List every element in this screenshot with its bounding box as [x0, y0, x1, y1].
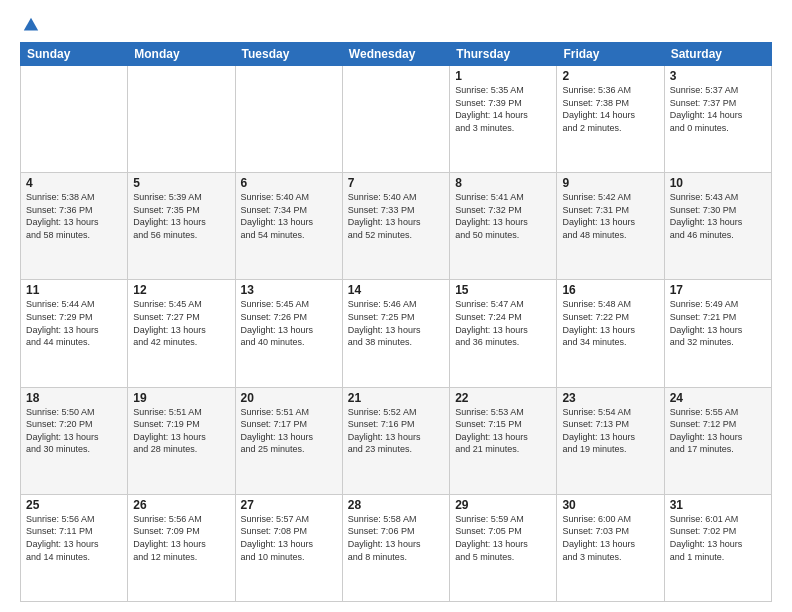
day-info: Sunrise: 5:51 AM Sunset: 7:17 PM Dayligh… — [241, 406, 337, 456]
calendar-cell: 28Sunrise: 5:58 AM Sunset: 7:06 PM Dayli… — [342, 494, 449, 601]
weekday-header-sunday: Sunday — [21, 43, 128, 66]
calendar-cell: 26Sunrise: 5:56 AM Sunset: 7:09 PM Dayli… — [128, 494, 235, 601]
calendar-cell: 3Sunrise: 5:37 AM Sunset: 7:37 PM Daylig… — [664, 66, 771, 173]
logo — [20, 16, 40, 34]
day-info: Sunrise: 5:41 AM Sunset: 7:32 PM Dayligh… — [455, 191, 551, 241]
day-info: Sunrise: 5:49 AM Sunset: 7:21 PM Dayligh… — [670, 298, 766, 348]
day-info: Sunrise: 5:55 AM Sunset: 7:12 PM Dayligh… — [670, 406, 766, 456]
day-number: 24 — [670, 391, 766, 405]
calendar-cell: 30Sunrise: 6:00 AM Sunset: 7:03 PM Dayli… — [557, 494, 664, 601]
calendar-cell: 18Sunrise: 5:50 AM Sunset: 7:20 PM Dayli… — [21, 387, 128, 494]
calendar-cell: 23Sunrise: 5:54 AM Sunset: 7:13 PM Dayli… — [557, 387, 664, 494]
week-row-3: 11Sunrise: 5:44 AM Sunset: 7:29 PM Dayli… — [21, 280, 772, 387]
svg-marker-0 — [24, 18, 38, 31]
calendar-cell: 2Sunrise: 5:36 AM Sunset: 7:38 PM Daylig… — [557, 66, 664, 173]
calendar-cell: 6Sunrise: 5:40 AM Sunset: 7:34 PM Daylig… — [235, 173, 342, 280]
calendar-cell: 11Sunrise: 5:44 AM Sunset: 7:29 PM Dayli… — [21, 280, 128, 387]
day-number: 18 — [26, 391, 122, 405]
calendar-cell — [342, 66, 449, 173]
day-number: 21 — [348, 391, 444, 405]
calendar-cell: 15Sunrise: 5:47 AM Sunset: 7:24 PM Dayli… — [450, 280, 557, 387]
calendar-cell — [235, 66, 342, 173]
week-row-4: 18Sunrise: 5:50 AM Sunset: 7:20 PM Dayli… — [21, 387, 772, 494]
calendar-cell: 29Sunrise: 5:59 AM Sunset: 7:05 PM Dayli… — [450, 494, 557, 601]
header-row: SundayMondayTuesdayWednesdayThursdayFrid… — [21, 43, 772, 66]
calendar-cell: 9Sunrise: 5:42 AM Sunset: 7:31 PM Daylig… — [557, 173, 664, 280]
day-info: Sunrise: 5:56 AM Sunset: 7:11 PM Dayligh… — [26, 513, 122, 563]
day-info: Sunrise: 5:35 AM Sunset: 7:39 PM Dayligh… — [455, 84, 551, 134]
day-info: Sunrise: 5:47 AM Sunset: 7:24 PM Dayligh… — [455, 298, 551, 348]
day-number: 2 — [562, 69, 658, 83]
day-info: Sunrise: 5:38 AM Sunset: 7:36 PM Dayligh… — [26, 191, 122, 241]
week-row-5: 25Sunrise: 5:56 AM Sunset: 7:11 PM Dayli… — [21, 494, 772, 601]
day-number: 25 — [26, 498, 122, 512]
logo-icon — [22, 16, 40, 34]
day-info: Sunrise: 5:53 AM Sunset: 7:15 PM Dayligh… — [455, 406, 551, 456]
day-info: Sunrise: 5:40 AM Sunset: 7:33 PM Dayligh… — [348, 191, 444, 241]
day-info: Sunrise: 6:01 AM Sunset: 7:02 PM Dayligh… — [670, 513, 766, 563]
day-info: Sunrise: 6:00 AM Sunset: 7:03 PM Dayligh… — [562, 513, 658, 563]
calendar-cell: 31Sunrise: 6:01 AM Sunset: 7:02 PM Dayli… — [664, 494, 771, 601]
week-row-2: 4Sunrise: 5:38 AM Sunset: 7:36 PM Daylig… — [21, 173, 772, 280]
day-number: 9 — [562, 176, 658, 190]
calendar-cell: 5Sunrise: 5:39 AM Sunset: 7:35 PM Daylig… — [128, 173, 235, 280]
day-info: Sunrise: 5:58 AM Sunset: 7:06 PM Dayligh… — [348, 513, 444, 563]
day-number: 5 — [133, 176, 229, 190]
day-info: Sunrise: 5:37 AM Sunset: 7:37 PM Dayligh… — [670, 84, 766, 134]
day-number: 10 — [670, 176, 766, 190]
day-info: Sunrise: 5:59 AM Sunset: 7:05 PM Dayligh… — [455, 513, 551, 563]
day-number: 22 — [455, 391, 551, 405]
calendar-cell: 13Sunrise: 5:45 AM Sunset: 7:26 PM Dayli… — [235, 280, 342, 387]
day-number: 14 — [348, 283, 444, 297]
day-info: Sunrise: 5:50 AM Sunset: 7:20 PM Dayligh… — [26, 406, 122, 456]
day-info: Sunrise: 5:45 AM Sunset: 7:26 PM Dayligh… — [241, 298, 337, 348]
calendar-cell: 22Sunrise: 5:53 AM Sunset: 7:15 PM Dayli… — [450, 387, 557, 494]
day-info: Sunrise: 5:42 AM Sunset: 7:31 PM Dayligh… — [562, 191, 658, 241]
day-info: Sunrise: 5:52 AM Sunset: 7:16 PM Dayligh… — [348, 406, 444, 456]
weekday-header-friday: Friday — [557, 43, 664, 66]
calendar-cell: 10Sunrise: 5:43 AM Sunset: 7:30 PM Dayli… — [664, 173, 771, 280]
day-info: Sunrise: 5:43 AM Sunset: 7:30 PM Dayligh… — [670, 191, 766, 241]
day-number: 4 — [26, 176, 122, 190]
calendar-cell: 8Sunrise: 5:41 AM Sunset: 7:32 PM Daylig… — [450, 173, 557, 280]
day-number: 11 — [26, 283, 122, 297]
day-number: 6 — [241, 176, 337, 190]
header — [20, 16, 772, 34]
day-info: Sunrise: 5:44 AM Sunset: 7:29 PM Dayligh… — [26, 298, 122, 348]
day-info: Sunrise: 5:57 AM Sunset: 7:08 PM Dayligh… — [241, 513, 337, 563]
calendar-cell: 24Sunrise: 5:55 AM Sunset: 7:12 PM Dayli… — [664, 387, 771, 494]
calendar-cell: 17Sunrise: 5:49 AM Sunset: 7:21 PM Dayli… — [664, 280, 771, 387]
page: SundayMondayTuesdayWednesdayThursdayFrid… — [0, 0, 792, 612]
day-info: Sunrise: 5:36 AM Sunset: 7:38 PM Dayligh… — [562, 84, 658, 134]
weekday-header-tuesday: Tuesday — [235, 43, 342, 66]
day-number: 29 — [455, 498, 551, 512]
day-number: 28 — [348, 498, 444, 512]
day-number: 8 — [455, 176, 551, 190]
calendar-cell: 7Sunrise: 5:40 AM Sunset: 7:33 PM Daylig… — [342, 173, 449, 280]
day-info: Sunrise: 5:46 AM Sunset: 7:25 PM Dayligh… — [348, 298, 444, 348]
day-number: 27 — [241, 498, 337, 512]
day-number: 20 — [241, 391, 337, 405]
day-info: Sunrise: 5:40 AM Sunset: 7:34 PM Dayligh… — [241, 191, 337, 241]
day-number: 31 — [670, 498, 766, 512]
week-row-1: 1Sunrise: 5:35 AM Sunset: 7:39 PM Daylig… — [21, 66, 772, 173]
calendar-cell: 1Sunrise: 5:35 AM Sunset: 7:39 PM Daylig… — [450, 66, 557, 173]
day-number: 16 — [562, 283, 658, 297]
calendar-table: SundayMondayTuesdayWednesdayThursdayFrid… — [20, 42, 772, 602]
day-number: 13 — [241, 283, 337, 297]
weekday-header-thursday: Thursday — [450, 43, 557, 66]
calendar-cell — [21, 66, 128, 173]
calendar-cell: 20Sunrise: 5:51 AM Sunset: 7:17 PM Dayli… — [235, 387, 342, 494]
day-number: 23 — [562, 391, 658, 405]
calendar-cell: 27Sunrise: 5:57 AM Sunset: 7:08 PM Dayli… — [235, 494, 342, 601]
day-number: 26 — [133, 498, 229, 512]
calendar-cell: 25Sunrise: 5:56 AM Sunset: 7:11 PM Dayli… — [21, 494, 128, 601]
calendar-cell: 4Sunrise: 5:38 AM Sunset: 7:36 PM Daylig… — [21, 173, 128, 280]
day-number: 17 — [670, 283, 766, 297]
day-info: Sunrise: 5:48 AM Sunset: 7:22 PM Dayligh… — [562, 298, 658, 348]
calendar-cell — [128, 66, 235, 173]
day-number: 15 — [455, 283, 551, 297]
day-number: 7 — [348, 176, 444, 190]
weekday-header-saturday: Saturday — [664, 43, 771, 66]
weekday-header-monday: Monday — [128, 43, 235, 66]
